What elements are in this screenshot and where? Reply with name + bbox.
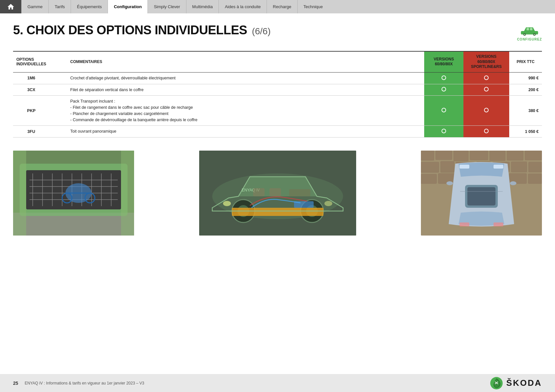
availability-circle	[442, 87, 446, 91]
options-table: OPTIONS INDIVIDUELLES COMMENTAIRES VERSI…	[13, 51, 542, 138]
svg-point-6	[534, 34, 535, 35]
trunk-svg	[13, 151, 134, 236]
svg-rect-42	[269, 188, 281, 196]
row-description: Toit ouvrant panoramique	[67, 126, 424, 138]
page-footer: 25 ENYAQ iV : Informations & tarifs en v…	[0, 374, 555, 392]
xray-svg: ENYAQ iV	[199, 151, 356, 236]
svg-rect-49	[490, 151, 505, 161]
configurez-box[interactable]: CONFIGUREZ	[517, 24, 542, 41]
row-code: 3FU	[13, 126, 49, 138]
svg-point-68	[446, 181, 453, 185]
skoda-brand-name: ŠKODA	[506, 378, 542, 388]
svg-rect-50	[507, 151, 523, 160]
home-icon	[7, 3, 15, 11]
svg-rect-74	[494, 222, 503, 226]
svg-point-40	[324, 201, 332, 206]
row-spacer	[49, 96, 67, 126]
nav-equipements[interactable]: Équipements	[71, 0, 108, 13]
table-row: 3CXFilet de séparation vertical dans le …	[13, 84, 542, 96]
row-description: Pack Transport incluant :- Filet de rang…	[67, 96, 424, 126]
nav-configuration[interactable]: Configuration	[108, 0, 147, 13]
svg-rect-47	[454, 151, 468, 161]
svg-rect-28	[13, 151, 26, 236]
nav-recharge[interactable]: Recharge	[267, 0, 297, 13]
footer-page-number: 25	[13, 381, 18, 386]
row-code: 1M6	[13, 72, 49, 84]
footer-info-text: ENYAQ iV : Informations & tarifs en vigu…	[25, 381, 144, 385]
trunk-image	[13, 151, 134, 236]
th-commentaires-label	[49, 51, 67, 72]
row-v1	[424, 72, 463, 84]
nav-tarifs[interactable]: Tarifs	[48, 0, 71, 13]
svg-rect-52	[421, 162, 439, 172]
row-spacer	[49, 126, 67, 138]
svg-rect-53	[441, 161, 454, 172]
svg-rect-48	[470, 151, 488, 160]
availability-circle	[442, 108, 446, 112]
svg-rect-8	[13, 213, 134, 236]
footer-logo: ŠKODA	[490, 377, 542, 390]
table-row: 3FUToit ouvrant panoramique1 050 €	[13, 126, 542, 138]
footer-left: 25 ENYAQ iV : Informations & tarifs en v…	[13, 381, 144, 386]
th-prix: PRIX TTC	[509, 51, 542, 72]
th-v1: VERSIONS 60/80/80X	[424, 51, 463, 72]
availability-circle	[442, 75, 446, 80]
row-v2	[463, 126, 509, 138]
row-prix: 380 €	[509, 96, 542, 126]
svg-rect-72	[494, 165, 503, 169]
navbar: Gamme Tarifs Équipements Configuration S…	[0, 0, 555, 13]
configurez-label: CONFIGUREZ	[517, 38, 542, 41]
table-row: PKPPack Transport incluant :- Filet de r…	[13, 96, 542, 126]
row-spacer	[49, 72, 67, 84]
row-v1	[424, 96, 463, 126]
availability-circle	[484, 87, 489, 91]
row-v2	[463, 96, 509, 126]
svg-rect-57	[511, 162, 527, 172]
svg-rect-45	[421, 151, 434, 160]
svg-rect-46	[436, 151, 452, 160]
row-v1	[424, 126, 463, 138]
images-row: ENYAQ iV	[13, 151, 542, 236]
topview-image	[421, 151, 542, 236]
svg-rect-36	[232, 208, 323, 216]
nav-aides-conduite[interactable]: Aides à la conduite	[218, 0, 267, 13]
svg-rect-58	[529, 162, 542, 172]
row-prix: 990 €	[509, 72, 542, 84]
row-prix: 1 050 €	[509, 126, 542, 138]
nav-simply-clever[interactable]: Simply Clever	[147, 0, 186, 13]
svg-rect-43	[289, 189, 310, 196]
svg-point-69	[510, 181, 516, 185]
svg-rect-41	[253, 188, 265, 196]
availability-circle	[484, 129, 489, 133]
nav-gamme[interactable]: Gamme	[21, 0, 48, 13]
row-code: 3CX	[13, 84, 49, 96]
row-v2	[463, 72, 509, 84]
svg-rect-51	[525, 151, 542, 160]
row-code: PKP	[13, 96, 49, 126]
page-title: 5. CHOIX DES OPTIONS INDIVIDUELLES	[13, 23, 247, 37]
availability-circle	[484, 75, 489, 80]
svg-rect-71	[460, 165, 469, 169]
svg-rect-59	[421, 174, 437, 184]
nav-multimedia[interactable]: Multimédia	[186, 0, 219, 13]
th-commentaires: COMMENTAIRES	[67, 51, 424, 72]
skoda-leaf-icon	[490, 377, 503, 390]
svg-rect-1	[527, 28, 529, 30]
row-description: Crochet d'attelage pivotant, déverrouill…	[67, 72, 424, 84]
th-options: OPTIONS INDIVIDUELLES	[13, 51, 49, 72]
row-v1	[424, 84, 463, 96]
svg-point-5	[524, 34, 525, 35]
page-title-container: 5. CHOIX DES OPTIONS INDIVIDUELLES (6/6)	[13, 23, 271, 37]
svg-rect-67	[467, 187, 495, 205]
th-v2: VERSIONS 60/80/80X SPORTLINE&RS	[463, 51, 509, 72]
nav-technique[interactable]: Technique	[297, 0, 329, 13]
svg-point-39	[223, 201, 231, 206]
svg-rect-2	[530, 28, 532, 30]
title-row: 5. CHOIX DES OPTIONS INDIVIDUELLES (6/6)…	[13, 23, 542, 41]
row-prix: 200 €	[509, 84, 542, 96]
svg-rect-73	[460, 222, 469, 226]
home-button[interactable]	[0, 0, 21, 13]
car-configurez-icon	[520, 24, 539, 38]
page-subtitle: (6/6)	[252, 26, 271, 36]
xray-image: ENYAQ iV	[199, 151, 356, 236]
